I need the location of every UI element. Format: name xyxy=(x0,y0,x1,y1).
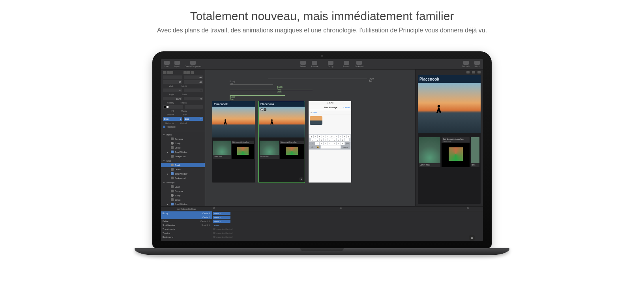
keyboard-key[interactable]: d xyxy=(320,138,324,141)
layer-item[interactable]: Background xyxy=(161,154,205,158)
align-icon[interactable] xyxy=(187,71,190,74)
layer-group[interactable]: ▼Home xyxy=(161,132,205,137)
keyboard-key[interactable]: u xyxy=(334,135,338,138)
keyboard-key[interactable]: 123 xyxy=(309,145,315,149)
layer-item[interactable]: ▸Scroll Window xyxy=(161,150,205,154)
layer-item[interactable]: ▸Scroll Window xyxy=(161,171,205,176)
layer-item[interactable]: Buddy xyxy=(161,193,205,198)
keyboard-key[interactable]: x xyxy=(320,142,324,145)
keyboard-key[interactable]: b xyxy=(332,142,336,145)
touchable-checkbox[interactable]: Touchable xyxy=(163,126,176,128)
scale-field[interactable]: 1 xyxy=(184,88,203,92)
keyboard-key[interactable]: 😀 xyxy=(315,145,321,149)
keyboard-key[interactable]: q xyxy=(309,135,313,138)
drivers-button[interactable]: Drivers xyxy=(298,61,308,68)
keyboard-key[interactable]: p xyxy=(347,135,351,138)
keyboard-key[interactable]: return xyxy=(341,145,351,149)
mirror-button[interactable]: Mirror xyxy=(473,61,481,68)
keyboard-key[interactable]: j xyxy=(337,138,341,141)
keyboard-key[interactable]: s xyxy=(315,138,319,141)
keyboard-key[interactable]: ⇧ xyxy=(309,142,315,145)
angle-field[interactable]: 0° xyxy=(163,88,182,92)
media-field[interactable] xyxy=(185,105,203,109)
tutorials-button[interactable]: Tutorials xyxy=(461,61,471,68)
vscroll-select[interactable]: Drag▾ xyxy=(184,117,203,121)
keyboard-key[interactable]: t xyxy=(326,135,330,138)
timeline-row[interactable]: Center Y xyxy=(161,215,212,219)
keyboard-key[interactable]: f xyxy=(324,138,328,141)
timeline-row[interactable]: DeleteCenter Y ⚙ xyxy=(161,219,212,223)
rewind-icon[interactable] xyxy=(466,71,470,73)
timeline-bar[interactable]: Default ▸ xyxy=(213,212,230,215)
align-icon[interactable] xyxy=(183,71,187,74)
keyboard-key[interactable]: w xyxy=(314,135,318,138)
timeline-bar[interactable]: Default ▸ xyxy=(213,216,230,219)
layer-group[interactable]: ▼Message xyxy=(161,180,205,184)
align-icon[interactable] xyxy=(167,71,170,74)
keyboard-key[interactable]: e xyxy=(318,135,322,138)
layer-group[interactable]: ▼Drag xyxy=(161,158,205,163)
timeline-row[interactable]: BuddyCenter X xyxy=(161,211,212,215)
keyboard-key[interactable]: a xyxy=(311,138,315,141)
keyboard-key[interactable]: o xyxy=(343,135,346,138)
keyboard-key[interactable]: n xyxy=(337,142,341,145)
keyboard-key[interactable]: m xyxy=(341,142,345,145)
y-field[interactable]: 40 xyxy=(184,75,203,79)
backward-button[interactable]: Backward xyxy=(353,61,365,68)
artboard-home[interactable]: Placenook Lorem Khal Kathleen with Jonat… xyxy=(212,101,255,183)
keyboard-key[interactable]: k xyxy=(341,138,344,141)
layer-item[interactable]: Compose xyxy=(161,137,205,141)
fill-swatch[interactable] xyxy=(163,105,183,109)
keyboard-key[interactable]: ⌫ xyxy=(345,142,350,145)
timeline-bar[interactable]: Frozen xyxy=(213,224,228,227)
align-icon[interactable] xyxy=(191,71,194,74)
layer-item[interactable]: Delete xyxy=(161,145,205,150)
keyboard-key[interactable]: r xyxy=(322,135,326,138)
animate-button[interactable]: Animate xyxy=(309,61,320,68)
create-component-button[interactable]: Create Component xyxy=(183,61,203,68)
forward-button[interactable]: Forward xyxy=(341,61,352,68)
layer-item[interactable]: Background xyxy=(161,176,205,180)
opacity-field[interactable]: 100% xyxy=(163,97,182,100)
timeline-bar[interactable]: Default ▸ xyxy=(213,220,230,223)
artboard-message[interactable]: 12:35 PM New Message Cancel To: Dylan qw… xyxy=(309,101,351,183)
record-icon[interactable] xyxy=(472,71,475,73)
keyboard-key[interactable]: y xyxy=(330,135,334,138)
layer-item[interactable]: Buddy xyxy=(161,141,205,145)
keyboard-key[interactable]: h xyxy=(332,138,336,141)
insert-button[interactable]: Insert xyxy=(163,61,171,68)
keyboard-key[interactable] xyxy=(321,145,340,149)
artboard-drag[interactable]: Placenook × Lorem Khal Kathleen with xyxy=(259,101,305,183)
layer-item[interactable]: Delete xyxy=(161,198,205,202)
layer-item[interactable]: Buddy xyxy=(161,163,205,167)
radius-field[interactable]: 0 xyxy=(184,97,203,100)
group-button[interactable]: Group xyxy=(326,61,335,68)
keyboard-key[interactable]: l xyxy=(345,138,349,141)
layer-item[interactable]: Delete xyxy=(161,167,205,171)
x-field[interactable] xyxy=(163,75,182,79)
timeline-row[interactable]: Timeline xyxy=(161,231,212,235)
cast-icon[interactable] xyxy=(477,71,481,73)
keyboard-key[interactable]: v xyxy=(328,142,332,145)
timeline-row[interactable]: The Artboards xyxy=(161,227,212,231)
align-icon[interactable] xyxy=(163,71,166,74)
keyboard-key[interactable]: i xyxy=(339,135,343,138)
align-icon[interactable] xyxy=(170,71,173,74)
timeline-row[interactable]: Background xyxy=(161,235,212,239)
import-button[interactable]: Import xyxy=(173,61,182,68)
layer-item[interactable]: Layer xyxy=(161,184,205,189)
layer-item[interactable]: ▸Scroll Window xyxy=(161,202,205,206)
canvas[interactable]: Layer Tap Buddy Tap Buddy Drag Ends Budd… xyxy=(205,70,415,206)
selection-handle[interactable]: × xyxy=(264,108,266,111)
close-icon[interactable]: × xyxy=(299,177,303,181)
attachment-thumbnail[interactable] xyxy=(310,116,322,125)
height-field[interactable]: 40 xyxy=(184,80,203,84)
width-field[interactable]: 40 xyxy=(163,80,182,84)
timeline-row[interactable]: Scroll WindowScroll X ⚙ xyxy=(161,223,212,227)
keyboard-key[interactable]: g xyxy=(328,138,332,141)
keyboard-key[interactable]: c xyxy=(324,142,328,145)
hscroll-select[interactable]: Drag▾ xyxy=(163,117,182,121)
keyboard-key[interactable]: z xyxy=(315,142,319,145)
layer-item[interactable]: Compose xyxy=(161,189,205,193)
cancel-button[interactable]: Cancel xyxy=(343,106,350,109)
